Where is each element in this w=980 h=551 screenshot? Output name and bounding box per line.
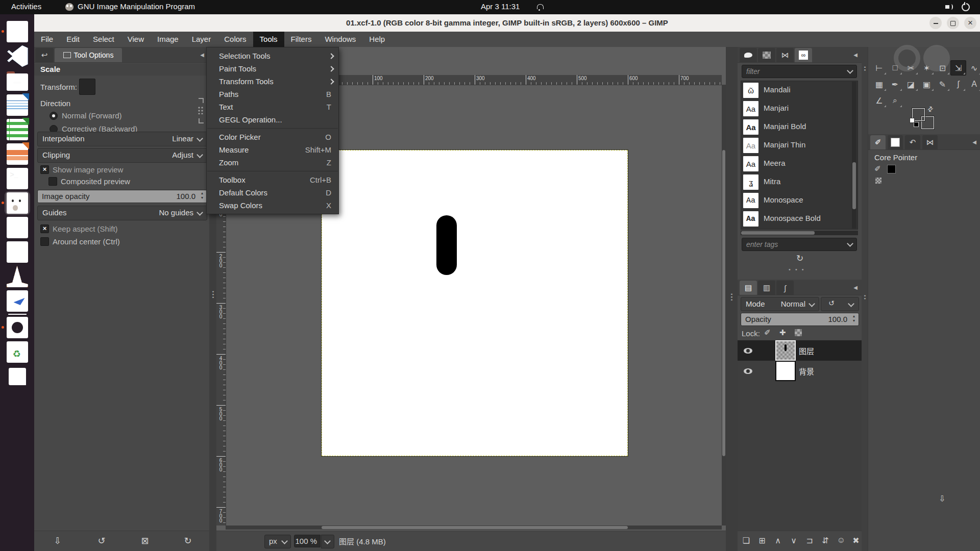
restore-tool-preset-button[interactable]: ↺ <box>95 535 108 546</box>
menubar-item[interactable]: Edit <box>60 32 86 47</box>
panel-menu-icon[interactable]: ◀ <box>853 285 857 290</box>
tab-swatch[interactable] <box>888 135 903 149</box>
direction-option-1[interactable]: Normal (Forward) <box>34 110 198 122</box>
guides-dropdown[interactable]: Guides No guides <box>37 206 207 220</box>
menubar-item[interactable]: File <box>34 32 60 47</box>
menu-item[interactable]: Swap Colors X <box>207 199 338 212</box>
scrollbar-thumb[interactable] <box>852 162 856 209</box>
right-splitter[interactable]: ••• <box>726 47 738 551</box>
font-list-vertical-scrollbar[interactable] <box>852 82 856 229</box>
dock-item[interactable] <box>5 44 30 68</box>
splitter-handle-icon[interactable]: ••• <box>730 293 732 302</box>
layer-thumbnail[interactable] <box>776 341 795 360</box>
mode-switch-button[interactable]: ↺ <box>821 297 859 311</box>
splitter-handle-icon[interactable]: •• <box>864 295 866 300</box>
dock-strip[interactable]: •• •• <box>862 47 868 551</box>
toolbox-tool-button[interactable]: A <box>966 77 980 92</box>
menubar-item[interactable]: Filters <box>284 32 318 47</box>
panel-menu-icon[interactable]: ◀ <box>853 52 857 58</box>
visibility-eye-icon[interactable] <box>744 348 752 354</box>
dock-item[interactable] <box>5 142 30 166</box>
menu-item[interactable] <box>207 171 338 171</box>
dock-item[interactable] <box>5 364 30 389</box>
back-tab[interactable]: ↩ <box>35 48 54 62</box>
panel-menu-icon[interactable]: ◀ <box>200 52 204 58</box>
dock-item[interactable] <box>5 19 30 44</box>
scrollbar-thumb[interactable] <box>322 526 628 529</box>
around-center-checkbox[interactable]: × <box>40 237 49 246</box>
font-list-horizontal-scrollbar[interactable] <box>741 231 858 235</box>
save-device-status-button[interactable]: ⇩ <box>939 494 945 504</box>
toolbox-tool-button[interactable]: ✂ <box>903 60 919 76</box>
image-canvas[interactable] <box>322 150 628 456</box>
menu-item[interactable]: Transform Tools <box>207 75 338 88</box>
volume-icon[interactable] <box>945 4 952 10</box>
toolbox-tool-button[interactable]: ∠ <box>871 93 887 108</box>
menubar-item[interactable]: Colors <box>217 32 253 47</box>
splitter-handle-icon[interactable]: ••• <box>212 291 214 299</box>
toolbox-tool-button[interactable]: ✒ <box>887 77 903 92</box>
tab-gradients[interactable]: ⋈ <box>922 135 938 149</box>
tab-paths[interactable]: ∫ <box>776 281 794 295</box>
layer-mode-dropdown[interactable]: Mode Normal <box>741 297 819 311</box>
visibility-eye-icon[interactable] <box>744 368 752 374</box>
default-colors-icon[interactable] <box>910 118 918 127</box>
minimize-button[interactable] <box>929 17 942 29</box>
menu-item[interactable]: GEGL Operation... <box>207 113 338 126</box>
lock-pixels-icon[interactable]: ✐ <box>764 328 771 337</box>
font-list-item[interactable]: Aa Monospace Bold <box>741 210 857 228</box>
tab-layers[interactable]: ▤ <box>740 281 757 295</box>
power-icon[interactable] <box>962 3 970 11</box>
spinner-icons[interactable]: ▴▾ <box>199 191 206 200</box>
font-list-item[interactable]: Aa Meera <box>741 155 857 173</box>
tab-channels[interactable]: ▥ <box>758 281 775 295</box>
dock-item[interactable] <box>5 68 30 93</box>
unit-dropdown[interactable]: px <box>264 535 291 548</box>
panel-menu-icon[interactable]: ◀ <box>972 139 976 145</box>
menubar-item[interactable]: View <box>121 32 151 47</box>
lock-alpha-icon[interactable] <box>795 329 802 336</box>
dock-item[interactable] <box>5 215 30 240</box>
swap-colors-icon[interactable]: ⇄ <box>925 104 935 114</box>
delete-tool-preset-button[interactable]: ⊠ <box>139 535 151 546</box>
font-list-item[interactable]: ῶ Mandali <box>741 81 857 99</box>
layer-opacity-slider[interactable]: Opacity 100.0 ▴▾ <box>741 313 859 326</box>
toolbox-tool-button[interactable]: ⊡ <box>935 60 950 76</box>
font-list-item[interactable]: Aa Monospace <box>741 191 857 210</box>
focused-app-name[interactable]: GNU Image Manipulation Program <box>78 2 195 11</box>
zoom-dropdown-button[interactable] <box>321 535 334 548</box>
tab-gradients[interactable]: ⋈ <box>776 48 794 62</box>
dock-item[interactable] <box>5 240 30 264</box>
menu-item[interactable] <box>207 128 338 129</box>
menu-item[interactable]: Paths B <box>207 88 338 101</box>
dock-item[interactable] <box>5 340 30 364</box>
dock-item[interactable] <box>5 166 30 191</box>
menu-item[interactable]: Paint Tools <box>207 62 338 75</box>
dock-item[interactable] <box>5 315 30 340</box>
menu-item[interactable]: Measure Shift+M <box>207 143 338 156</box>
menubar-item[interactable]: Select <box>86 32 121 47</box>
toolbox-tool-button[interactable]: ∫ <box>950 77 966 92</box>
transform-target-button[interactable] <box>97 79 114 95</box>
tab-tool-options[interactable]: Tool Options <box>55 48 122 62</box>
tab-brushes[interactable] <box>740 48 757 62</box>
maximize-button[interactable] <box>947 17 959 29</box>
menubar-item[interactable]: Image <box>151 32 185 47</box>
radio-icon[interactable] <box>50 112 58 120</box>
vertical-scrollbar[interactable] <box>722 85 726 525</box>
window-title-bar[interactable]: 01.xcf-1.0 (RGB color 8-bit gamma intege… <box>34 14 980 32</box>
menubar-item[interactable]: Windows <box>318 32 362 47</box>
menubar-item[interactable]: Tools <box>253 32 284 47</box>
activities-button[interactable]: Activities <box>11 2 41 11</box>
composited-preview-checkbox[interactable]: × <box>48 177 57 186</box>
dock-item[interactable] <box>5 264 30 289</box>
clipping-dropdown[interactable]: Clipping Adjust <box>37 148 207 163</box>
font-list-item[interactable]: Aa Manjari <box>741 99 857 118</box>
dock-item[interactable] <box>5 93 30 117</box>
transform-target-button[interactable] <box>79 79 95 95</box>
dock-item[interactable] <box>5 191 30 215</box>
toolbox-tool-button[interactable]: ∿ <box>966 60 980 76</box>
dock-resize-handle-icon[interactable]: • • • <box>789 266 805 272</box>
menubar-item[interactable]: Layer <box>185 32 218 47</box>
scrollbar-thumb[interactable] <box>741 231 815 235</box>
